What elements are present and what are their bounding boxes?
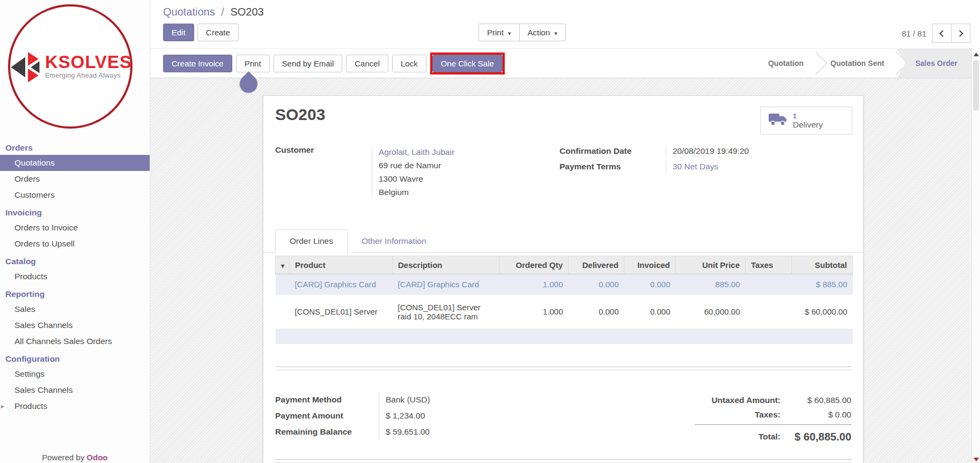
control-panel: Quotations / SO203 Edit Create Print ▾ A… bbox=[150, 0, 980, 48]
sidebar-item-sales-channels[interactable]: Sales Channels bbox=[0, 317, 150, 333]
send-by-email-button[interactable]: Send by Email bbox=[274, 55, 343, 72]
lock-button[interactable]: Lock bbox=[392, 55, 426, 72]
row1-delivered[interactable]: 0.000 bbox=[569, 274, 624, 295]
remaining-balance-label: Remaining Balance bbox=[275, 427, 379, 437]
sidebar-item-all-channels-sales-orders[interactable]: All Channels Sales Orders bbox=[0, 333, 150, 349]
row1-invoiced[interactable]: 0.000 bbox=[624, 274, 676, 295]
row1-ordered-qty[interactable]: 1.000 bbox=[500, 274, 569, 295]
delivery-label: Delivery bbox=[793, 120, 823, 130]
sidebar-item-products[interactable]: Products bbox=[0, 268, 150, 285]
sidebar-item-settings[interactable]: Settings bbox=[0, 366, 150, 382]
sidebar-item-orders-to-invoice[interactable]: Orders to Invoice bbox=[0, 220, 150, 236]
payment-method-label: Payment Method bbox=[275, 395, 379, 405]
brand-name: KSOLVES bbox=[45, 54, 132, 70]
breadcrumb: Quotations / SO203 bbox=[163, 6, 264, 18]
col-description[interactable]: Description bbox=[393, 256, 500, 274]
totals-group: Untaxed Amount: $ 60,885.00 Taxes: $ 0.0… bbox=[695, 393, 851, 445]
statusbar: Quotation Quotation Sent Sales Order bbox=[754, 49, 971, 78]
sidebar-item-config-sales-channels[interactable]: Sales Channels bbox=[0, 382, 150, 398]
status-sales-order[interactable]: Sales Order bbox=[897, 49, 971, 78]
scrollbar-thumb[interactable] bbox=[973, 60, 979, 111]
taxes-label: Taxes: bbox=[695, 410, 788, 420]
cancel-button[interactable]: Cancel bbox=[346, 55, 388, 72]
pager-next-button[interactable] bbox=[951, 24, 970, 43]
customer-label: Customer bbox=[275, 145, 372, 199]
tab-order-lines[interactable]: Order Lines bbox=[275, 229, 348, 253]
customer-value: Agrolait, Laith Jubair 69 rue de Namur 1… bbox=[372, 145, 454, 199]
form-sheet: SO203 1 Delivery Customer Ag bbox=[263, 95, 864, 463]
create-button[interactable]: Create bbox=[197, 24, 239, 41]
caret-down-icon: ▾ bbox=[508, 30, 511, 36]
caret-down-icon: ▾ bbox=[554, 30, 557, 36]
col-unit-price[interactable]: Unit Price bbox=[676, 256, 746, 274]
col-invoiced[interactable]: Invoiced bbox=[624, 256, 676, 274]
odoo-brand-link[interactable]: Odoo bbox=[87, 453, 108, 462]
untaxed-amount-value: $ 60,885.00 bbox=[788, 395, 851, 405]
breadcrumb-current: SO203 bbox=[230, 6, 263, 18]
action-toolbar: Create Invoice Print Send by Email Cance… bbox=[150, 48, 980, 78]
total-label: Total: bbox=[695, 432, 788, 442]
tab-other-information[interactable]: Other Information bbox=[348, 230, 440, 252]
pager-previous-button[interactable] bbox=[932, 24, 952, 43]
row2-unit-price[interactable]: 60,000.00 bbox=[676, 295, 746, 329]
row1-unit-price[interactable]: 885.00 bbox=[676, 274, 746, 295]
totals-separator bbox=[695, 424, 851, 425]
delivery-count: 1 bbox=[793, 112, 823, 120]
sidebar-item-orders-to-upsell[interactable]: Orders to Upsell bbox=[0, 236, 150, 252]
payment-amount-label: Payment Amount bbox=[275, 411, 379, 421]
col-ordered-qty[interactable]: Ordered Qty bbox=[500, 256, 569, 274]
row2-taxes[interactable] bbox=[746, 295, 792, 329]
sidebar-item-orders[interactable]: Orders bbox=[0, 171, 150, 187]
col-subtotal[interactable]: Subtotal bbox=[792, 256, 853, 274]
table-footer-row bbox=[276, 329, 853, 344]
total-value: $ 60,885.00 bbox=[788, 431, 851, 443]
row2-delivered[interactable]: 0.000 bbox=[569, 295, 624, 329]
sidebar-item-quotations[interactable]: Quotations bbox=[0, 155, 150, 171]
col-product[interactable]: Product bbox=[290, 256, 393, 274]
chevron-right-icon bbox=[956, 30, 963, 37]
customer-street: 69 rue de Namur bbox=[379, 159, 454, 172]
edit-button[interactable]: Edit bbox=[163, 24, 194, 41]
list-options-toggle[interactable]: ▾ bbox=[276, 256, 290, 274]
payment-terms-link[interactable]: 30 Net Days bbox=[666, 161, 718, 173]
create-invoice-button[interactable]: Create Invoice bbox=[163, 55, 232, 72]
breadcrumb-quotations[interactable]: Quotations bbox=[163, 6, 215, 18]
row2-subtotal[interactable]: $ 60,000.00 bbox=[792, 295, 853, 329]
sidebar-item-sales[interactable]: Sales bbox=[0, 301, 150, 317]
expand-caret-icon[interactable]: ▸ bbox=[1, 402, 4, 410]
taxes-value: $ 0.00 bbox=[788, 410, 851, 420]
delivery-smart-button[interactable]: 1 Delivery bbox=[760, 107, 852, 135]
print-dropdown[interactable]: Print ▾ bbox=[478, 24, 520, 41]
row2-ordered-qty[interactable]: 1.000 bbox=[500, 295, 569, 329]
table-row[interactable]: [CONS_DEL01] Server [CONS_DEL01] Server … bbox=[276, 295, 853, 329]
scroll-down-icon[interactable] bbox=[974, 458, 979, 461]
payment-amount-value: $ 1,234.00 bbox=[379, 408, 425, 424]
col-delivered[interactable]: Delivered bbox=[569, 256, 624, 274]
order-lines-table: ▾ Product Description Ordered Qty Delive… bbox=[275, 256, 853, 344]
vertical-scrollbar[interactable] bbox=[971, 48, 980, 463]
row1-description[interactable]: [CARD] Graphics Card bbox=[393, 274, 500, 295]
row2-description[interactable]: [CONS_DEL01] Server raid 10, 2048ECC ram bbox=[393, 295, 500, 329]
row2-invoiced[interactable]: 0.000 bbox=[624, 295, 676, 329]
page-title: SO203 bbox=[275, 106, 325, 124]
scroll-up-icon[interactable] bbox=[974, 53, 979, 56]
table-row[interactable]: [CARD] Graphics Card [CARD] Graphics Car… bbox=[276, 274, 853, 295]
content-area: SO203 1 Delivery Customer Ag bbox=[150, 78, 971, 463]
row1-taxes[interactable] bbox=[746, 274, 792, 295]
sidebar-item-config-products[interactable]: ▸ Products bbox=[0, 398, 150, 414]
one-click-sale-button[interactable]: One Click Sale bbox=[432, 55, 503, 72]
brand-tagline: Emerging Ahead Always bbox=[45, 72, 132, 79]
powered-by: Powered by Odoo bbox=[0, 453, 150, 463]
notebook-tabs: Order Lines Other Information bbox=[263, 228, 863, 253]
sidebar-item-customers[interactable]: Customers bbox=[0, 187, 150, 203]
row1-subtotal[interactable]: $ 885.00 bbox=[792, 274, 853, 295]
section-separator bbox=[275, 459, 851, 463]
print-button[interactable]: Print bbox=[236, 55, 270, 72]
row1-product[interactable]: [CARD] Graphics Card bbox=[290, 274, 393, 295]
col-taxes[interactable]: Taxes bbox=[746, 256, 792, 274]
customer-city: 1300 Wavre bbox=[379, 172, 454, 185]
row2-product[interactable]: [CONS_DEL01] Server bbox=[290, 295, 393, 329]
customer-name-link[interactable]: Agrolait, Laith Jubair bbox=[379, 145, 454, 159]
k-mark-icon bbox=[9, 46, 42, 87]
action-dropdown[interactable]: Action ▾ bbox=[519, 24, 566, 41]
